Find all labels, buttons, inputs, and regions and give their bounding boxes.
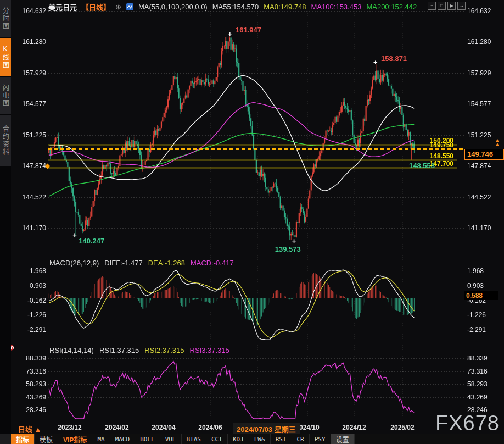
high-price-annotation: 161.947 <box>236 26 261 34</box>
main-y-axis-label: 147.874 <box>19 162 46 170</box>
main-y-axis-label: 144.522 <box>19 193 46 201</box>
toolbar-item-BIAS[interactable]: BIAS <box>182 434 207 444</box>
toolbar-item-CCI[interactable]: CCI <box>206 434 228 444</box>
main-y-axis-label: 154.577 <box>19 100 46 108</box>
macd-y-axis-label: 1.968 <box>467 267 484 275</box>
rsi-y-axis-label: 28.246 <box>16 406 46 414</box>
extreme-cross-marker: + <box>228 30 232 38</box>
extreme-cross-marker: + <box>373 59 378 66</box>
rsi-y-axis-label: 58.293 <box>467 380 488 388</box>
rsi-y-axis-label: 43.269 <box>16 393 46 401</box>
toolbar-item-LW&[interactable]: LW& <box>249 434 271 444</box>
macd-y-axis-label: -2.291 <box>467 326 486 334</box>
expand-icon[interactable]: ⊕ <box>115 3 121 11</box>
rsi-y-axis-label: 73.316 <box>467 368 488 375</box>
low-price-annotation: 148.558 <box>380 162 435 170</box>
rsi-header: RSI(14,14,14) RSI1:37.315 RSI2:37.315 RS… <box>49 346 229 354</box>
extreme-cross-marker: + <box>292 237 296 245</box>
sidebar-tab-4[interactable]: 合约资料 <box>0 115 11 166</box>
macd-y-axis-label: -2.291 <box>16 326 46 334</box>
left-sidebar: 分时图K线图闪电图合约资料 <box>0 0 11 444</box>
macd-title: MACD(26,12,9) <box>49 259 99 267</box>
toolbar-item-RSI[interactable]: RSI <box>271 434 292 444</box>
main-y-axis-label: 164.632 <box>467 7 491 15</box>
ma0-value: MA0:149.748 <box>264 3 306 11</box>
ma200-value: MA200:152.442 <box>366 3 417 11</box>
sidebar-tab-2[interactable]: K线图 <box>0 38 11 76</box>
macd-macd-value: MACD:-0.417 <box>191 259 234 267</box>
main-y-axis-label: 157.929 <box>467 69 491 77</box>
sidebar-tab-3[interactable]: 闪电图 <box>0 77 11 114</box>
price-up-arrows-icon: ▲▲ <box>493 138 502 146</box>
sidebar-footer <box>0 434 11 444</box>
toolbar-item-MACD[interactable]: MACD <box>110 434 136 444</box>
shift-right-icon[interactable]: → <box>457 2 466 10</box>
crosshair-icon[interactable]: + <box>428 2 436 10</box>
low-price-annotation: 140.247 <box>79 237 104 245</box>
date-tick: 2024/02 <box>105 424 128 431</box>
macd-y-axis-label: 1.968 <box>16 267 46 275</box>
macd-header: MACD(26,12,9) DIFF:-1.477 DEA:-1.268 MAC… <box>49 259 234 267</box>
rsi-title: RSI(14,14,14) <box>49 346 94 354</box>
rsi3-value: RSI3:37.315 <box>190 346 229 354</box>
symbol-title: 美元日元 <box>48 2 77 12</box>
main-y-axis-label: 151.225 <box>467 131 491 139</box>
date-tick: 2024/06 <box>198 424 222 431</box>
high-price-annotation: 158.871 <box>381 55 407 63</box>
rsi-y-axis-label: 88.339 <box>467 354 488 362</box>
extreme-cross-marker: + <box>72 231 77 239</box>
macd-y-axis-label: -1.226 <box>16 311 46 319</box>
main-y-axis-label: 144.522 <box>467 193 491 201</box>
rsi2-value: RSI2:37.315 <box>144 346 184 354</box>
rsi-y-axis-label: 73.316 <box>16 368 46 375</box>
toolbar-item-模板[interactable]: 模板 <box>35 434 58 444</box>
toolbar-item-指标[interactable]: 指标 <box>11 434 35 444</box>
toolbar-item-VIP指标[interactable]: VIP指标 <box>58 434 92 444</box>
chart-app: 分时图K线图闪电图合约资料 美元日元 【日线】 ⊕ MA(55,0,100,20… <box>0 0 504 444</box>
period-selector[interactable]: 日线 ▲ <box>18 424 42 434</box>
ma55-value: MA55:154.570 <box>212 3 259 11</box>
toolbar-item-设置[interactable]: 设置 <box>331 434 355 444</box>
time-axis: 日线 ▲ 2023/122024/022024/042024/062024/10… <box>11 422 504 434</box>
sidebar-tab-1[interactable]: 分时图 <box>0 0 11 37</box>
rsi-y-axis-label: 43.269 <box>467 393 488 401</box>
main-y-axis-label: 141.170 <box>19 224 46 232</box>
toolbar-item-VOL[interactable]: VOL <box>160 434 182 444</box>
main-y-axis-label: 164.632 <box>19 7 46 15</box>
date-tick: 2024/04 <box>152 424 175 431</box>
ma100-value: MA100:153.453 <box>311 3 362 11</box>
axis-scale-icon[interactable]: □ <box>438 2 446 10</box>
toolbar-item-KDJ[interactable]: KDJ <box>228 434 249 444</box>
last-price-box: 149.746 <box>464 149 504 160</box>
date-tick: 2023/12 <box>58 424 81 431</box>
main-y-axis-label: 161.280 <box>467 38 491 46</box>
rsi1-value: RSI1:37.315 <box>99 346 139 354</box>
price-level-label[interactable]: 149.750 <box>417 141 453 149</box>
toolbar-item-CR[interactable]: CR <box>292 434 310 444</box>
rsi-y-axis-label: 58.293 <box>16 380 46 388</box>
ma-params: MA(55,0,100,200,0,0) <box>138 3 208 11</box>
main-y-axis-label: 161.280 <box>19 38 46 46</box>
macd-dea-value: DEA:-1.268 <box>148 259 185 267</box>
macd-y-axis-label: -1.226 <box>467 311 486 319</box>
price-chart-canvas[interactable] <box>0 0 504 444</box>
price-level-label[interactable]: 148.550 <box>417 152 453 160</box>
sidebar-tabs: 分时图K线图闪电图合约资料 <box>0 0 11 166</box>
rsi-y-axis-label: 88.339 <box>16 354 46 362</box>
toolbar-item-BOLL[interactable]: BOLL <box>135 434 160 444</box>
date-tick: 2024/12 <box>342 424 366 431</box>
toolbar-item-MA[interactable]: MA <box>92 434 110 444</box>
main-y-axis-label: 154.577 <box>467 100 491 108</box>
chart-tools: +□▶→ <box>428 2 466 10</box>
macd-diff-value: DIFF:-1.477 <box>104 259 142 267</box>
main-y-axis-label: 147.874 <box>467 162 491 170</box>
toolbar-item-PSY[interactable]: PSY <box>310 434 331 444</box>
playback-icon[interactable]: ▶ <box>447 2 456 10</box>
collapse-icon: ▲ <box>35 425 42 434</box>
period-tag[interactable]: 【日线】 <box>82 2 110 12</box>
macd-y-axis-label: -0.162 <box>16 297 46 304</box>
kline-icon <box>126 3 133 10</box>
chart-header: 美元日元 【日线】 ⊕ MA(55,0,100,200,0,0) MA55:15… <box>48 2 417 12</box>
indicator-toolbar: 指标模板VIP指标MAMACDBOLLVOLBIASCCIKDJLW&RSICR… <box>11 434 504 444</box>
main-y-axis-label: 141.170 <box>467 224 491 232</box>
